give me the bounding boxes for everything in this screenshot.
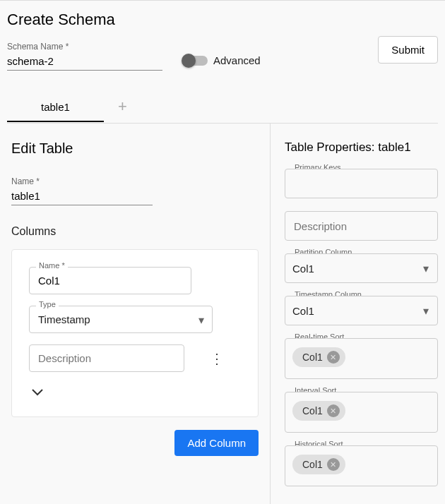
add-tab-button[interactable]: + bbox=[104, 90, 141, 123]
column-expand-button[interactable] bbox=[29, 380, 241, 404]
chevron-down-icon bbox=[32, 389, 43, 396]
table-description-input[interactable] bbox=[285, 211, 438, 241]
realtime-sort-box[interactable]: Col1 ✕ bbox=[285, 338, 438, 379]
chip: Col1 ✕ bbox=[292, 347, 345, 367]
schema-name-input[interactable] bbox=[7, 54, 162, 71]
table-name-field: Name * bbox=[11, 176, 153, 205]
column-type-label: Type bbox=[36, 300, 59, 308]
interval-sort-box[interactable]: Col1 ✕ bbox=[285, 392, 438, 433]
partition-column-select[interactable]: Col1 ▾ bbox=[285, 253, 438, 283]
chip-remove-button[interactable]: ✕ bbox=[327, 404, 340, 417]
schema-name-label: Schema Name * bbox=[7, 42, 162, 52]
chip-remove-button[interactable]: ✕ bbox=[327, 351, 340, 364]
chip-label: Col1 bbox=[302, 352, 323, 363]
column-type-select[interactable]: Timestamp bbox=[29, 306, 213, 333]
historical-sort-box[interactable]: Col1 ✕ bbox=[285, 445, 438, 486]
plus-icon: + bbox=[118, 97, 127, 115]
schema-name-field: Schema Name * bbox=[7, 42, 162, 71]
timestamp-column-value: Col1 bbox=[292, 305, 314, 317]
advanced-toggle[interactable] bbox=[184, 56, 208, 66]
table-name-input[interactable] bbox=[11, 188, 153, 205]
table-description-field[interactable] bbox=[292, 220, 430, 233]
toggle-knob-icon bbox=[182, 54, 196, 68]
close-icon: ✕ bbox=[330, 461, 336, 469]
add-column-button[interactable]: Add Column bbox=[174, 430, 259, 456]
chip-label: Col1 bbox=[302, 459, 323, 470]
chevron-down-icon: ▾ bbox=[423, 262, 429, 275]
columns-heading: Columns bbox=[11, 225, 259, 238]
close-icon: ✕ bbox=[330, 354, 336, 361]
kebab-icon: ⋮ bbox=[210, 351, 224, 366]
advanced-label: Advanced bbox=[213, 54, 261, 66]
edit-table-heading: Edit Table bbox=[11, 140, 259, 157]
chevron-down-icon: ▾ bbox=[423, 304, 429, 318]
table-name-label: Name * bbox=[11, 176, 153, 186]
primary-keys-input[interactable] bbox=[285, 169, 438, 198]
chip: Col1 ✕ bbox=[292, 401, 345, 421]
column-card: Name * Type Timestamp ▾ ⋮ bbox=[11, 249, 259, 417]
partition-column-value: Col1 bbox=[292, 263, 314, 275]
chip: Col1 ✕ bbox=[292, 455, 345, 474]
submit-button[interactable]: Submit bbox=[378, 36, 438, 64]
tab-table1[interactable]: table1 bbox=[7, 92, 104, 121]
timestamp-column-select[interactable]: Col1 ▾ bbox=[285, 296, 438, 325]
close-icon: ✕ bbox=[330, 407, 336, 415]
column-name-input[interactable] bbox=[29, 267, 191, 294]
column-description-input[interactable] bbox=[29, 344, 184, 372]
table-properties-heading: Table Properties: table1 bbox=[285, 140, 438, 155]
column-type-value: Timestamp bbox=[38, 313, 90, 325]
column-menu-button[interactable]: ⋮ bbox=[210, 354, 224, 363]
column-name-label: Name * bbox=[36, 261, 68, 270]
tabs-bar: table1 + bbox=[7, 90, 438, 124]
page-title: Create Schema bbox=[7, 11, 438, 29]
chip-remove-button[interactable]: ✕ bbox=[327, 458, 340, 471]
chip-label: Col1 bbox=[302, 405, 323, 416]
